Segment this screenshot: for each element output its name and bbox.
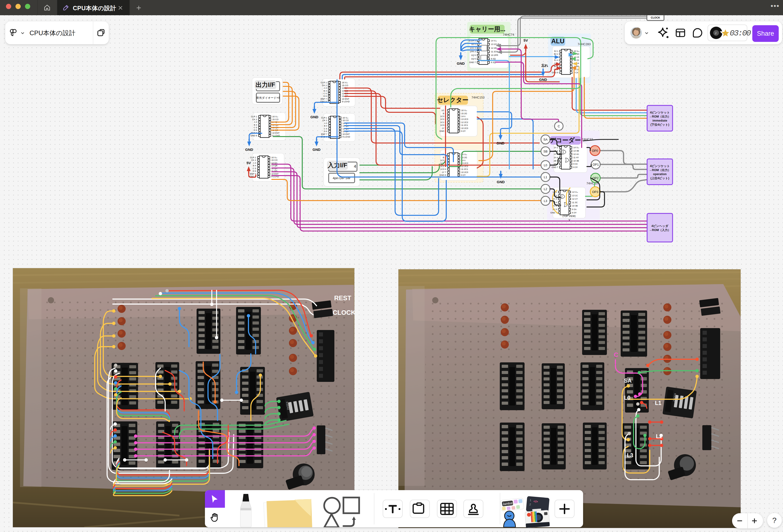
svg-text:1Q 5: 1Q 5	[471, 54, 476, 56]
svg-text:D 6: D 6	[324, 130, 327, 132]
svg-text:B2 2: B2 2	[554, 53, 558, 55]
svg-text:GND 8: GND 8	[552, 71, 558, 74]
svg-text:9 2Y: 9 2Y	[461, 174, 466, 176]
svg-text:CK 2: CK 2	[251, 159, 256, 161]
svg-text:9 2Q: 9 2Q	[491, 58, 496, 60]
svg-text:A 3: A 3	[253, 162, 256, 164]
svg-text:9 LOAD: 9 LOAD	[342, 100, 350, 103]
svg-text:GND: GND	[457, 61, 465, 65]
svg-text:SA: SA	[543, 138, 547, 141]
svg-text:10 2C0: 10 2C0	[461, 127, 468, 129]
svg-text:2B 5: 2B 5	[554, 160, 558, 162]
svg-text:10 2PR: 10 2PR	[491, 54, 498, 56]
svg-text:CLOCK: CLOCK	[651, 16, 660, 19]
svg-text:10 3B: 10 3B	[573, 160, 579, 162]
svg-text:C 5: C 5	[254, 126, 257, 129]
svg-text:C 5: C 5	[253, 167, 256, 170]
svg-text:15 CO: 15 CO	[342, 84, 348, 87]
svg-text:4ピンヘッダ: 4ピンヘッダ	[651, 224, 668, 228]
svg-text:GND 7: GND 7	[552, 166, 558, 168]
svg-text:ENP 7: ENP 7	[321, 133, 327, 135]
svg-text:9 3A: 9 3A	[572, 208, 577, 211]
svg-text:2A 3: 2A 3	[553, 198, 557, 200]
svg-text:74HC153: 74HC153	[471, 96, 484, 99]
svg-text:8 2Q: 8 2Q	[491, 61, 496, 64]
svg-text:GND: GND	[497, 141, 505, 145]
svg-text:セレクター: セレクター	[437, 96, 468, 103]
svg-text:SB: SB	[543, 150, 547, 153]
svg-text:13 1C: 13 1C	[572, 194, 578, 197]
svg-text:→ROM（出力）: →ROM（出力）	[649, 168, 671, 172]
svg-text:GND: GND	[539, 77, 547, 82]
svg-text:10 ENT: 10 ENT	[272, 132, 280, 134]
svg-text:5V: 5V	[247, 161, 251, 165]
svg-text:D 6: D 6	[254, 129, 257, 131]
svg-text:10 ENT: 10 ENT	[271, 173, 279, 175]
svg-text:4: 4	[354, 164, 356, 169]
svg-text:ENP 7: ENP 7	[250, 173, 256, 175]
svg-text:L0: L0	[544, 163, 547, 167]
svg-text:10 2C0: 10 2C0	[461, 171, 468, 174]
svg-text:13 2C3: 13 2C3	[461, 162, 468, 164]
svg-text:L1: L1	[544, 175, 547, 179]
svg-text:11 3C: 11 3C	[572, 201, 578, 204]
svg-text:CK 2: CK 2	[252, 118, 257, 121]
svg-text:D 6: D 6	[253, 170, 256, 172]
svg-text:C 5: C 5	[324, 128, 327, 130]
svg-text:12 4A: 12 4A	[573, 153, 579, 155]
svg-text:(上位4ビット): (上位4ビット)	[651, 177, 669, 180]
svg-text:12 1Y: 12 1Y	[572, 198, 578, 200]
svg-text:CK 2: CK 2	[322, 84, 327, 87]
svg-text:L2: L2	[544, 187, 547, 191]
svg-text:1A 1: 1A 1	[554, 146, 558, 149]
svg-text:OP0: OP0	[592, 149, 598, 153]
svg-text:74HC283: 74HC283	[577, 42, 591, 46]
svg-text:C: C	[558, 124, 560, 128]
svg-text:CLR 1: CLR 1	[250, 156, 256, 159]
svg-text:15 CO: 15 CO	[271, 159, 278, 161]
svg-text:GND: GND	[245, 148, 253, 152]
svg-text:1Y 7: 1Y 7	[442, 171, 446, 174]
svg-text:発光ダイオード×4: 発光ダイオード×4	[256, 96, 280, 99]
svg-text:出力I/F: 出力I/F	[256, 81, 275, 88]
svg-text:1CK 3: 1CK 3	[470, 47, 476, 49]
svg-text:13 2C3: 13 2C3	[461, 118, 468, 120]
svg-text:キャリー用...: キャリー用...	[469, 26, 505, 33]
svg-text:10 3B: 10 3B	[572, 205, 578, 207]
svg-text:4ピンソケット: 4ピンソケット	[650, 164, 670, 168]
svg-text:GND 8: GND 8	[250, 134, 257, 137]
svg-text:GND: GND	[312, 148, 320, 152]
svg-text:B 4: B 4	[324, 125, 327, 127]
svg-text:B 4: B 4	[323, 90, 327, 92]
svg-text:1C0 6: 1C0 6	[440, 168, 446, 170]
svg-text:11 2C1: 11 2C1	[461, 168, 468, 170]
svg-text:GND 8: GND 8	[439, 130, 446, 132]
svg-text:ALU: ALU	[551, 38, 565, 45]
svg-text:15 CO: 15 CO	[272, 118, 278, 121]
svg-text:(下位4ビット): (下位4ビット)	[651, 123, 669, 126]
svg-text:5V: 5V	[524, 38, 528, 42]
svg-text:1PR 4: 1PR 4	[470, 51, 476, 53]
svg-text:2A 4: 2A 4	[554, 156, 558, 159]
svg-text:L3: L3	[544, 199, 547, 203]
svg-text:Σ1 4: Σ1 4	[554, 59, 558, 61]
svg-text:13 QB: 13 QB	[271, 164, 278, 167]
svg-text:12 2D: 12 2D	[491, 47, 497, 49]
svg-text:74HC74: 74HC74	[503, 33, 514, 36]
svg-text:CLR 1: CLR 1	[251, 115, 257, 118]
svg-text:GND 7: GND 7	[469, 61, 476, 64]
svg-text:12 2C2: 12 2C2	[461, 121, 468, 124]
svg-text:デコーダー: デコーダー	[550, 136, 581, 144]
svg-text:GND: GND	[310, 115, 318, 119]
svg-text:10 ENT: 10 ENT	[342, 133, 350, 135]
svg-text:CLR 1: CLR 1	[321, 117, 327, 119]
svg-text:4ピンソケット: 4ピンソケット	[650, 111, 670, 114]
svg-text:GND: GND	[497, 180, 505, 184]
svg-text:11 2C1: 11 2C1	[461, 124, 468, 126]
svg-text:Σ2 1: Σ2 1	[554, 50, 558, 52]
svg-text:→ROM（出力）: →ROM（出力）	[649, 115, 671, 118]
svg-text:immediate: immediate	[653, 119, 667, 122]
svg-text:C 5: C 5	[323, 92, 327, 95]
svg-text:8 3Y: 8 3Y	[573, 166, 578, 168]
svg-text:operation: operation	[653, 173, 667, 176]
